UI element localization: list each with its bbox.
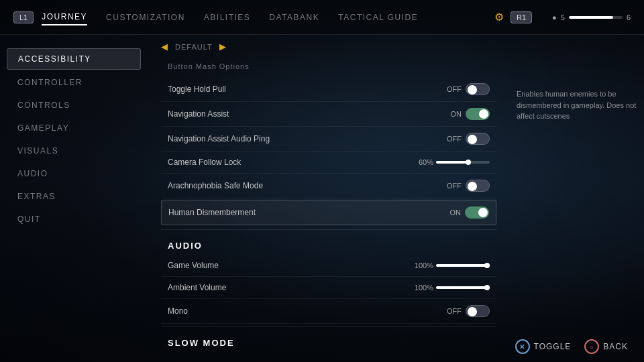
- navigation-audio-toggle[interactable]: [466, 133, 490, 145]
- game-volume-slider[interactable]: [436, 264, 490, 267]
- settings-panel: ◀ Default ▶ Button Mash Options Toggle H…: [148, 35, 510, 362]
- navigation-assist-knob: [479, 109, 488, 119]
- tab-customization[interactable]: Customization: [106, 10, 185, 25]
- game-volume-label: Game Volume: [168, 261, 413, 270]
- human-dismemberment-value: ON: [441, 208, 461, 217]
- sidebar-item-controller[interactable]: Controller: [7, 72, 141, 93]
- audio-section-header: Audio: [161, 233, 496, 255]
- tab-databank[interactable]: Databank: [269, 10, 319, 25]
- nav-tabs: Journey Customization Abilities Databank…: [42, 9, 494, 25]
- camera-follow-slider[interactable]: [436, 161, 490, 164]
- settings-list: Toggle Hold Pull OFF Navigation Assist O…: [161, 77, 496, 352]
- slow-mode-header: Slow Mode: [161, 330, 496, 352]
- toggle-icon: ✕: [515, 339, 530, 354]
- next-arrow[interactable]: ▶: [219, 42, 227, 52]
- r1-button[interactable]: R1: [511, 11, 532, 23]
- progress-max: 6: [627, 13, 631, 21]
- back-label: Back: [603, 342, 628, 351]
- slow-mode-divider: [161, 326, 496, 327]
- human-dismemberment-toggle[interactable]: [465, 206, 489, 219]
- sidebar-item-quit[interactable]: Quit: [7, 209, 141, 229]
- mono-label: Mono: [168, 306, 441, 316]
- audio-divider: [161, 229, 496, 230]
- setting-row-navigation-audio: Navigation Assist Audio Ping OFF: [161, 127, 496, 152]
- gear-icon: ⚙: [494, 11, 504, 23]
- ambient-volume-knob: [484, 285, 490, 290]
- navigation-assist-toggle[interactable]: [466, 108, 490, 120]
- back-icon: ○: [584, 339, 599, 354]
- game-volume-control: 100%: [413, 261, 490, 269]
- camera-follow-fill: [436, 161, 468, 164]
- progress-bar-fill: [569, 16, 613, 19]
- toggle-action[interactable]: ✕ Toggle: [515, 339, 572, 354]
- progress-icon: ●: [552, 13, 557, 21]
- arachnophobia-value: OFF: [441, 182, 462, 190]
- camera-follow-value: 60%: [413, 158, 433, 166]
- tab-tactical-guide[interactable]: Tactical Guide: [338, 10, 418, 25]
- human-dismemberment-knob: [478, 208, 488, 217]
- tab-abilities[interactable]: Abilities: [204, 10, 251, 25]
- navigation-audio-value: OFF: [441, 135, 462, 143]
- sidebar-item-gameplay[interactable]: Gameplay: [7, 118, 141, 138]
- ambient-volume-value: 100%: [413, 284, 433, 292]
- arachnophobia-control: OFF: [441, 180, 490, 192]
- setting-row-mono: Mono OFF: [161, 299, 496, 324]
- nav-right-controls: ⚙ R1 ● 5 6: [494, 11, 631, 23]
- sidebar: Accessibility Controller Controls Gamepl…: [0, 35, 148, 362]
- sidebar-item-visuals[interactable]: Visuals: [7, 141, 141, 161]
- human-dismemberment-control: ON: [441, 206, 489, 219]
- camera-follow-control: 60%: [413, 158, 490, 166]
- bottom-bar: ✕ Toggle ○ Back: [499, 331, 644, 362]
- navigation-audio-control: OFF: [441, 133, 490, 145]
- sidebar-item-accessibility[interactable]: Accessibility: [7, 48, 141, 70]
- arachnophobia-toggle[interactable]: [466, 180, 490, 192]
- top-navigation: L1 Journey Customization Abilities Datab…: [0, 0, 644, 35]
- back-action[interactable]: ○ Back: [584, 339, 628, 354]
- navigation-audio-knob: [468, 135, 477, 144]
- navigation-assist-control: ON: [441, 108, 490, 120]
- progress-bar: [569, 16, 623, 19]
- sidebar-item-audio[interactable]: Audio: [7, 164, 141, 184]
- setting-row-navigation-assist: Navigation Assist ON: [161, 102, 496, 127]
- tab-journey[interactable]: Journey: [42, 9, 87, 25]
- settings-header: ◀ Default ▶: [161, 42, 496, 52]
- button-mash-header: Button Mash Options: [161, 61, 496, 77]
- arachnophobia-label: Arachnophobia Safe Mode: [168, 181, 441, 190]
- mono-value: OFF: [441, 307, 462, 315]
- setting-row-game-volume: Game Volume 100%: [161, 255, 496, 277]
- toggle-hold-pull-toggle[interactable]: [466, 83, 490, 95]
- game-volume-fill: [436, 264, 490, 267]
- info-panel: Enables human enemies to be dismembered …: [510, 35, 644, 362]
- main-area: Accessibility Controller Controls Gamepl…: [0, 35, 644, 362]
- info-text: Enables human enemies to be dismembered …: [517, 88, 637, 122]
- progress-indicator: ● 5 6: [552, 13, 631, 21]
- toggle-label: Toggle: [534, 342, 572, 351]
- toggle-hold-pull-knob: [468, 85, 477, 95]
- mono-knob: [468, 307, 477, 316]
- toggle-hold-pull-control: OFF: [441, 83, 490, 95]
- setting-row-toggle-hold-pull: Toggle Hold Pull OFF: [161, 77, 496, 102]
- mono-toggle[interactable]: [466, 305, 490, 317]
- arachnophobia-knob: [468, 182, 477, 191]
- navigation-assist-value: ON: [441, 110, 462, 118]
- setting-row-arachnophobia: Arachnophobia Safe Mode OFF: [161, 174, 496, 198]
- toggle-hold-pull-value: OFF: [441, 85, 462, 93]
- navigation-assist-label: Navigation Assist: [168, 109, 441, 119]
- l1-button[interactable]: L1: [13, 11, 34, 23]
- human-dismemberment-label: Human Dismemberment: [168, 208, 441, 217]
- sidebar-item-controls[interactable]: Controls: [7, 95, 141, 115]
- camera-follow-label: Camera Follow Lock: [168, 158, 413, 167]
- prev-arrow[interactable]: ◀: [161, 42, 168, 52]
- setting-row-human-dismemberment: Human Dismemberment ON: [161, 200, 496, 225]
- toggle-hold-pull-label: Toggle Hold Pull: [168, 84, 441, 94]
- setting-row-ambient-volume: Ambient Volume 100%: [161, 277, 496, 299]
- camera-follow-knob: [466, 160, 471, 165]
- progress-current: 5: [561, 13, 565, 21]
- ambient-volume-slider[interactable]: [436, 286, 490, 289]
- setting-row-camera-follow: Camera Follow Lock 60%: [161, 152, 496, 174]
- sidebar-item-extras[interactable]: Extras: [7, 186, 141, 206]
- ambient-volume-fill: [436, 286, 490, 289]
- game-volume-value: 100%: [413, 261, 433, 269]
- ambient-volume-label: Ambient Volume: [168, 283, 413, 292]
- game-volume-knob: [484, 263, 490, 268]
